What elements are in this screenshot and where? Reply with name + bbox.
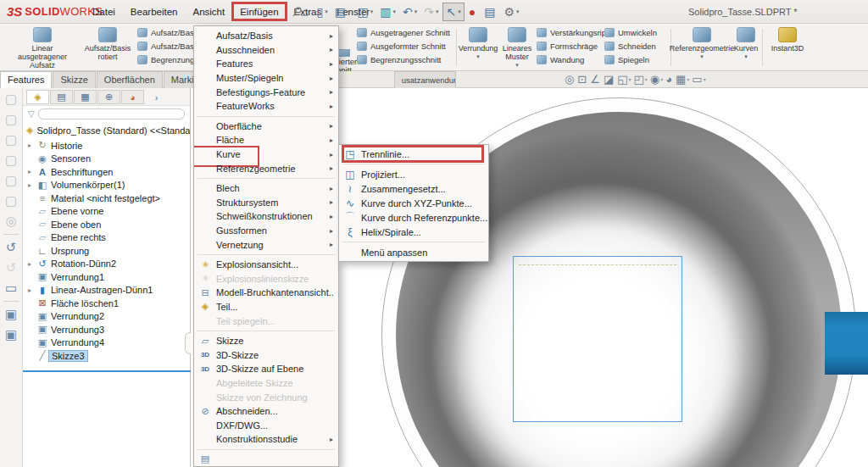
expand-arrow-icon[interactable]: ▸ (28, 142, 36, 149)
ribbon-stack-button[interactable]: Schneiden (604, 41, 669, 52)
tree-item[interactable]: ▸ ▱ Ebene oben (23, 218, 190, 231)
dropdown-menu-item[interactable]: Oberfläche ▸ (194, 120, 338, 134)
quick-access-button[interactable]: ⌂ (298, 3, 312, 20)
left-toolbar-button[interactable]: ▢ (5, 153, 17, 168)
tree-item[interactable]: ▸ ╱ Skizze3 (23, 349, 190, 363)
submenu-item[interactable]: Menü anpassen (339, 245, 488, 259)
menu-item[interactable]: Ansicht (185, 4, 232, 19)
dropdown-menu-item[interactable]: ▸ (194, 175, 338, 181)
tree-root-item[interactable]: ◈ Solidpro_Tasse (Standard) <<Standard>_ (23, 121, 190, 137)
expand-arrow-icon[interactable]: ▸ (28, 181, 36, 189)
tree-item[interactable]: ▸ ▣ Verrundung3 (23, 323, 190, 336)
left-toolbar-button[interactable]: ↺ (6, 260, 17, 275)
view-tool-button[interactable]: ◪ (604, 73, 615, 86)
view-tool-button[interactable]: ◎ (565, 73, 575, 86)
dropdown-menu-item[interactable]: ▸ (194, 447, 338, 453)
tree-item[interactable]: ▸ ∟ Ursprung (23, 244, 190, 258)
left-toolbar-button[interactable]: ▢ (5, 92, 17, 107)
dropdown-caret-icon[interactable]: ▾ (458, 8, 461, 15)
tree-item[interactable]: ▸ ▱ Ebene vorne (23, 205, 190, 219)
ribbon-stack-button[interactable]: Spiegeln (604, 54, 669, 65)
expand-arrow-icon[interactable]: ▸ (28, 168, 36, 175)
dropdown-menu-item[interactable]: ▱ Skizze ▸ (194, 334, 338, 348)
tree-item[interactable]: ▸ ▮ Linear-Austragen-Dünn1 (23, 284, 190, 297)
quick-access-button[interactable]: ● (466, 3, 480, 20)
dropdown-menu-item[interactable]: 3D 3D-Skizze ▸ (194, 347, 338, 362)
dropdown-menu-item[interactable]: Struktursystem ▸ (194, 196, 338, 210)
dropdown-menu-item[interactable]: Befestigungs-Feature ▸ (194, 85, 338, 99)
dropdown-menu-item[interactable]: Aufsatz/Basis ▸ (194, 29, 338, 43)
dropdown-menu-item[interactable]: ◈ Teil... ▸ (194, 300, 338, 314)
dropdown-menu-item[interactable]: Blech ▸ (194, 181, 338, 196)
expand-arrow-icon[interactable]: ▸ (28, 286, 36, 294)
tree-filter-input[interactable] (38, 108, 185, 120)
dropdown-menu-item[interactable]: ▸ (194, 252, 338, 258)
dropdown-menu-item[interactable]: ⊘ Abschneiden... ▸ (194, 404, 338, 419)
dropdown-caret-icon[interactable]: ▾ (348, 8, 351, 15)
tree-item[interactable]: ▸ ▱ Ebene rechts (23, 231, 190, 245)
dropdown-caret-icon[interactable]: ▾ (392, 8, 396, 15)
mug-handle[interactable] (825, 312, 868, 375)
ribbon-stack-button[interactable]: Verstärkungsrippe (537, 27, 615, 38)
panel-resize-notch[interactable] (185, 332, 191, 354)
ribbon-stack-button[interactable]: Formschräge (537, 41, 615, 52)
dropdown-menu-item[interactable]: 3D 3D-Skizze auf Ebene ▸ (194, 362, 338, 376)
dropdown-menu-item[interactable]: Features ▸ (194, 57, 338, 71)
left-toolbar-button[interactable]: ▣ (5, 327, 17, 342)
view-tool-button[interactable]: ◰ ▾ (634, 73, 648, 86)
dropdown-menu-item[interactable]: Skizze von Zeichnung ▸ (194, 390, 338, 404)
quick-access-button[interactable]: ⚙ ▾ (501, 3, 521, 20)
tree-item[interactable]: ▸ ◉ Sensoren (23, 153, 190, 166)
feature-manager-tab[interactable]: ▤ (50, 90, 73, 104)
dropdown-caret-icon[interactable]: ▾ (415, 8, 418, 15)
ribbon-tab[interactable]: Skizze (53, 71, 95, 88)
feature-manager-tab[interactable]: ◈ (26, 90, 49, 104)
tree-item[interactable]: ▸ ↻ Historie (23, 139, 190, 153)
ribbon-button-fillet[interactable]: Verrundung ▾ (459, 25, 498, 69)
quick-access-button[interactable]: ◫ ▾ (354, 3, 376, 20)
submenu-item[interactable]: ≀ Zusammengesetzt... (339, 181, 488, 196)
left-toolbar-button[interactable]: ▢ (5, 112, 17, 127)
dropdown-menu-item[interactable]: Ausschneiden ▸ (194, 43, 338, 58)
dropdown-menu-item[interactable]: ⊟ Modell-Bruchkantenansicht... ▸ (194, 286, 338, 300)
left-toolbar-button[interactable]: ▢ (5, 173, 17, 188)
dropdown-caret-icon[interactable]: ▾ (704, 76, 706, 82)
ribbon-stack-button[interactable]: Ausgetragener Schnitt (357, 27, 457, 38)
dropdown-caret-icon[interactable]: ▾ (660, 76, 663, 82)
tree-item[interactable]: ▸ ◧ Volumenkörper(1) (23, 179, 190, 192)
dropdown-caret-icon[interactable]: ▾ (629, 76, 632, 82)
ribbon-tab[interactable]: Features (0, 71, 52, 88)
dropdown-caret-icon[interactable]: ▾ (516, 8, 520, 15)
submenu-item[interactable]: ∿ Kurve durch XYZ-Punkte... (339, 196, 488, 210)
expand-arrow-icon[interactable]: ▸ (28, 260, 36, 268)
left-toolbar-button[interactable]: ◎ (5, 214, 16, 229)
view-tool-button[interactable]: ⊡ (577, 73, 587, 86)
submenu-item[interactable] (339, 161, 488, 167)
dropdown-caret-icon[interactable]: ▾ (687, 76, 689, 82)
dropdown-caret-icon[interactable]: ▾ (476, 53, 480, 60)
dropdown-menu-item[interactable]: Gussformen ▸ (194, 224, 338, 238)
tree-item[interactable]: ▸ ⊠ Fläche löschen1 (23, 297, 190, 310)
ribbon-button-revolved-boss[interactable]: Aufsatz/Basis rotiert (80, 25, 136, 69)
left-toolbar-button[interactable]: ↺ (6, 240, 17, 255)
dropdown-menu-item[interactable]: Teil spiegeln... ▸ (194, 314, 338, 328)
view-tool-button[interactable]: ◕ (665, 73, 673, 86)
dropdown-caret-icon[interactable]: ▾ (436, 8, 439, 15)
dropdown-caret-icon[interactable]: ▾ (370, 8, 374, 15)
ribbon-button-instant3d[interactable]: Instant3D (765, 25, 810, 69)
quick-access-button[interactable]: ▥ ▾ (377, 3, 398, 20)
tree-item[interactable]: ▸ ▣ Verrundung4 (23, 336, 190, 350)
ribbon-stack-button[interactable]: Begrenzungsschnitt (357, 54, 457, 65)
dropdown-menu-item[interactable]: FeatureWorks ▸ (194, 99, 338, 114)
dropdown-menu-item[interactable]: Vernetzung ▸ (194, 237, 338, 252)
dropdown-menu-item[interactable]: ✳ Explosionslinienskizze ▸ (194, 272, 338, 286)
dropdown-menu-item[interactable]: ✳ Explosionsansicht... ▸ (194, 258, 338, 272)
ribbon-tab[interactable]: usatzanwendungen (394, 71, 456, 88)
dropdown-menu-item[interactable]: ▤ ▸ (194, 453, 338, 467)
dropdown-caret-icon[interactable]: ▾ (325, 8, 328, 15)
view-tool-button[interactable]: ▦ ▾ (676, 73, 689, 86)
tree-item[interactable]: ▸ ▣ Verrundung2 (23, 310, 190, 324)
submenu-item[interactable] (339, 239, 488, 245)
dropdown-caret-icon[interactable]: ▾ (645, 76, 648, 82)
submenu-item[interactable]: ◳ Trennlinie... (339, 147, 488, 161)
